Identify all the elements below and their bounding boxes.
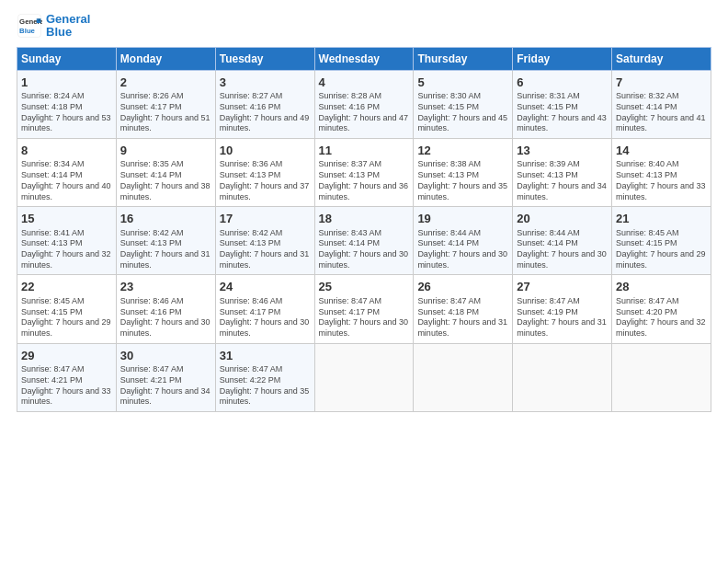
header-row: SundayMondayTuesdayWednesdayThursdayFrid…: [17, 47, 711, 70]
calendar-cell: 12Sunrise: 8:38 AMSunset: 4:13 PMDayligh…: [414, 138, 513, 206]
column-header-saturday: Saturday: [612, 47, 711, 70]
day-info: Sunrise: 8:47 AMSunset: 4:17 PMDaylight:…: [319, 296, 410, 339]
calendar-cell: [612, 343, 711, 411]
calendar-cell: [314, 343, 414, 411]
week-row-1: 1Sunrise: 8:24 AMSunset: 4:18 PMDaylight…: [17, 70, 711, 138]
day-info: Sunrise: 8:42 AMSunset: 4:13 PMDaylight:…: [120, 228, 211, 271]
day-info: Sunrise: 8:34 AMSunset: 4:14 PMDaylight:…: [21, 159, 112, 202]
calendar-cell: 16Sunrise: 8:42 AMSunset: 4:13 PMDayligh…: [116, 207, 215, 275]
week-row-4: 22Sunrise: 8:45 AMSunset: 4:15 PMDayligh…: [17, 275, 711, 343]
calendar-cell: 6Sunrise: 8:31 AMSunset: 4:15 PMDaylight…: [513, 70, 612, 138]
day-info: Sunrise: 8:38 AMSunset: 4:13 PMDaylight:…: [417, 159, 508, 202]
logo: General Blue General Blue: [17, 13, 90, 40]
day-number: 22: [21, 279, 112, 295]
day-info: Sunrise: 8:30 AMSunset: 4:15 PMDaylight:…: [417, 91, 508, 134]
day-number: 27: [517, 279, 608, 295]
calendar-cell: 11Sunrise: 8:37 AMSunset: 4:13 PMDayligh…: [314, 138, 414, 206]
day-info: Sunrise: 8:47 AMSunset: 4:21 PMDaylight:…: [120, 364, 211, 408]
calendar-cell: 23Sunrise: 8:46 AMSunset: 4:16 PMDayligh…: [116, 275, 215, 343]
svg-text:Blue: Blue: [19, 27, 36, 35]
calendar-cell: [414, 343, 513, 411]
day-info: Sunrise: 8:45 AMSunset: 4:15 PMDaylight:…: [21, 296, 112, 339]
calendar-cell: 14Sunrise: 8:40 AMSunset: 4:13 PMDayligh…: [612, 138, 711, 206]
calendar-cell: 18Sunrise: 8:43 AMSunset: 4:14 PMDayligh…: [314, 207, 414, 275]
day-info: Sunrise: 8:40 AMSunset: 4:13 PMDaylight:…: [616, 159, 707, 202]
calendar-cell: 15Sunrise: 8:41 AMSunset: 4:13 PMDayligh…: [17, 207, 117, 275]
day-number: 13: [517, 143, 608, 159]
column-header-friday: Friday: [513, 47, 612, 70]
day-number: 29: [21, 348, 112, 364]
day-info: Sunrise: 8:45 AMSunset: 4:15 PMDaylight:…: [616, 228, 707, 271]
day-number: 15: [21, 211, 112, 227]
day-info: Sunrise: 8:47 AMSunset: 4:19 PMDaylight:…: [517, 296, 608, 339]
calendar-cell: 10Sunrise: 8:36 AMSunset: 4:13 PMDayligh…: [215, 138, 314, 206]
day-info: Sunrise: 8:46 AMSunset: 4:17 PMDaylight:…: [220, 296, 311, 339]
day-info: Sunrise: 8:47 AMSunset: 4:22 PMDaylight:…: [220, 364, 311, 408]
day-number: 28: [616, 279, 707, 295]
day-info: Sunrise: 8:36 AMSunset: 4:13 PMDaylight:…: [220, 159, 311, 202]
day-number: 30: [120, 348, 211, 364]
day-number: 19: [417, 211, 508, 227]
day-number: 21: [616, 211, 707, 227]
day-info: Sunrise: 8:46 AMSunset: 4:16 PMDaylight:…: [120, 296, 211, 339]
calendar-cell: 8Sunrise: 8:34 AMSunset: 4:14 PMDaylight…: [17, 138, 117, 206]
calendar-cell: 28Sunrise: 8:47 AMSunset: 4:20 PMDayligh…: [612, 275, 711, 343]
day-info: Sunrise: 8:44 AMSunset: 4:14 PMDaylight:…: [417, 228, 508, 271]
day-info: Sunrise: 8:42 AMSunset: 4:13 PMDaylight:…: [220, 228, 311, 271]
day-number: 4: [319, 75, 410, 91]
day-info: Sunrise: 8:37 AMSunset: 4:13 PMDaylight:…: [319, 159, 410, 202]
logo-icon: General Blue: [17, 13, 42, 39]
calendar-cell: 27Sunrise: 8:47 AMSunset: 4:19 PMDayligh…: [513, 275, 612, 343]
day-number: 8: [21, 143, 112, 159]
day-number: 7: [616, 75, 707, 91]
calendar-cell: 20Sunrise: 8:44 AMSunset: 4:14 PMDayligh…: [513, 207, 612, 275]
day-info: Sunrise: 8:24 AMSunset: 4:18 PMDaylight:…: [21, 91, 112, 134]
calendar-cell: 30Sunrise: 8:47 AMSunset: 4:21 PMDayligh…: [116, 343, 215, 411]
day-info: Sunrise: 8:44 AMSunset: 4:14 PMDaylight:…: [517, 228, 608, 271]
day-number: 31: [220, 348, 311, 364]
day-number: 12: [417, 143, 508, 159]
day-info: Sunrise: 8:43 AMSunset: 4:14 PMDaylight:…: [319, 228, 410, 271]
day-info: Sunrise: 8:39 AMSunset: 4:13 PMDaylight:…: [517, 159, 608, 202]
calendar-cell: [513, 343, 612, 411]
column-header-monday: Monday: [116, 47, 215, 70]
calendar-cell: 24Sunrise: 8:46 AMSunset: 4:17 PMDayligh…: [215, 275, 314, 343]
day-info: Sunrise: 8:41 AMSunset: 4:13 PMDaylight:…: [21, 228, 112, 271]
day-number: 23: [120, 279, 211, 295]
day-number: 2: [120, 75, 211, 91]
calendar-cell: 17Sunrise: 8:42 AMSunset: 4:13 PMDayligh…: [215, 207, 314, 275]
calendar-cell: 19Sunrise: 8:44 AMSunset: 4:14 PMDayligh…: [414, 207, 513, 275]
calendar-cell: 1Sunrise: 8:24 AMSunset: 4:18 PMDaylight…: [17, 70, 117, 138]
day-info: Sunrise: 8:28 AMSunset: 4:16 PMDaylight:…: [319, 91, 410, 134]
calendar-cell: 31Sunrise: 8:47 AMSunset: 4:22 PMDayligh…: [215, 343, 314, 411]
column-header-sunday: Sunday: [17, 47, 117, 70]
calendar-table: SundayMondayTuesdayWednesdayThursdayFrid…: [17, 47, 711, 412]
day-number: 11: [319, 143, 410, 159]
calendar-cell: 7Sunrise: 8:32 AMSunset: 4:14 PMDaylight…: [612, 70, 711, 138]
day-number: 10: [220, 143, 311, 159]
day-info: Sunrise: 8:26 AMSunset: 4:17 PMDaylight:…: [120, 91, 211, 134]
day-info: Sunrise: 8:47 AMSunset: 4:20 PMDaylight:…: [616, 296, 707, 339]
day-info: Sunrise: 8:31 AMSunset: 4:15 PMDaylight:…: [517, 91, 608, 134]
day-number: 14: [616, 143, 707, 159]
day-info: Sunrise: 8:47 AMSunset: 4:18 PMDaylight:…: [417, 296, 508, 339]
day-number: 16: [120, 211, 211, 227]
day-info: Sunrise: 8:32 AMSunset: 4:14 PMDaylight:…: [616, 91, 707, 134]
calendar-cell: 26Sunrise: 8:47 AMSunset: 4:18 PMDayligh…: [414, 275, 513, 343]
day-number: 3: [220, 75, 311, 91]
day-number: 9: [120, 143, 211, 159]
calendar-cell: 22Sunrise: 8:45 AMSunset: 4:15 PMDayligh…: [17, 275, 117, 343]
day-number: 5: [417, 75, 508, 91]
calendar-cell: 3Sunrise: 8:27 AMSunset: 4:16 PMDaylight…: [215, 70, 314, 138]
day-info: Sunrise: 8:47 AMSunset: 4:21 PMDaylight:…: [21, 364, 112, 408]
calendar-cell: 21Sunrise: 8:45 AMSunset: 4:15 PMDayligh…: [612, 207, 711, 275]
calendar-cell: 9Sunrise: 8:35 AMSunset: 4:14 PMDaylight…: [116, 138, 215, 206]
header: General Blue General Blue: [17, 13, 711, 40]
calendar-cell: 13Sunrise: 8:39 AMSunset: 4:13 PMDayligh…: [513, 138, 612, 206]
logo-text: General Blue: [46, 13, 90, 40]
column-header-wednesday: Wednesday: [314, 47, 414, 70]
page: General Blue General Blue SundayMondayTu…: [0, 0, 728, 563]
day-number: 1: [21, 75, 112, 91]
day-info: Sunrise: 8:27 AMSunset: 4:16 PMDaylight:…: [220, 91, 311, 134]
day-number: 25: [319, 279, 410, 295]
